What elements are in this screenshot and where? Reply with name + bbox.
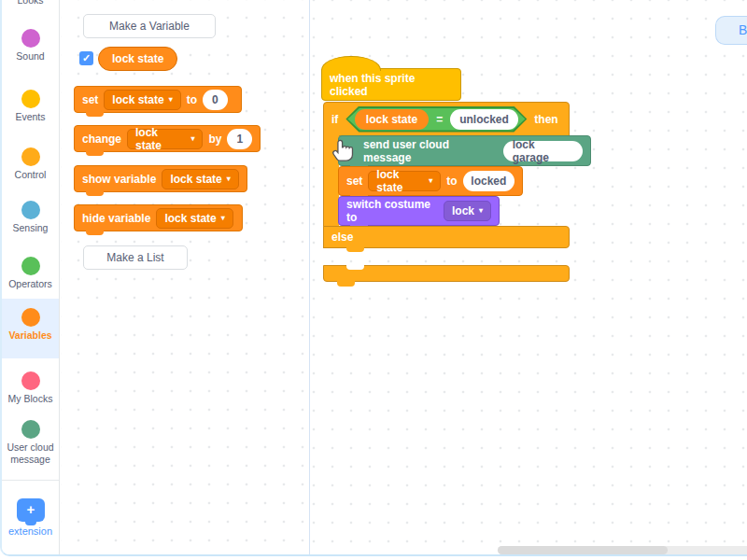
- block-keyword: set: [346, 175, 362, 188]
- value-input[interactable]: locked: [463, 171, 514, 191]
- dropdown-value: lock: [452, 204, 474, 217]
- category-icon-sensing: [21, 201, 40, 219]
- sidebar-item-my-blocks[interactable]: My Blocks: [2, 371, 59, 405]
- value-input[interactable]: 0: [203, 90, 228, 110]
- block-keyword: show variable: [82, 173, 156, 186]
- sidebar-divider: [2, 480, 59, 481]
- palette-hide-variable-block[interactable]: hide variable lock state ▾: [74, 204, 243, 231]
- block-keyword: set: [82, 93, 98, 106]
- dropdown-caret-icon: ▾: [429, 177, 432, 185]
- extension-label: extension: [2, 525, 59, 537]
- category-icon-control: [21, 147, 40, 166]
- category-label: Control: [2, 169, 59, 181]
- comparison-value-input[interactable]: unlocked: [450, 109, 518, 130]
- cloud-message-input[interactable]: lock garage: [503, 141, 583, 161]
- category-icon-variables: [21, 308, 40, 327]
- if-block-header[interactable]: if lock state = unlocked then: [323, 102, 570, 136]
- palette-change-variable-block[interactable]: change lock state ▾ by 1: [74, 125, 261, 152]
- switch-costume-block[interactable]: switch costume to lock ▾: [338, 196, 500, 226]
- horizontal-scrollbar-track[interactable]: [498, 546, 747, 554]
- category-label: Sensing: [2, 222, 59, 234]
- costume-dropdown[interactable]: lock ▾: [444, 201, 491, 221]
- set-variable-block[interactable]: set lock state ▾ to locked: [338, 166, 523, 196]
- palette-set-variable-block[interactable]: set lock state ▾ to 0: [74, 86, 242, 113]
- dropdown-value: lock state: [164, 212, 216, 225]
- code-canvas[interactable]: when this sprite clicked if lock state =…: [310, 0, 747, 554]
- variable-visibility-checkbox[interactable]: ✓: [79, 51, 93, 65]
- variable-dropdown[interactable]: lock state ▾: [162, 169, 238, 189]
- dropdown-caret-icon: ▾: [227, 175, 231, 183]
- variable-dropdown[interactable]: lock state ▾: [104, 90, 180, 110]
- category-sidebar: Looks Sound Events Control Sensing Opera…: [2, 0, 60, 554]
- if-block-else-arm[interactable]: else: [323, 226, 570, 248]
- if-block-end-arm[interactable]: [323, 265, 570, 282]
- horizontal-scrollbar-thumb[interactable]: [498, 546, 668, 554]
- variable-dropdown[interactable]: lock state ▾: [127, 129, 203, 149]
- dropdown-value: lock state: [170, 173, 221, 186]
- category-label: User cloud message: [2, 441, 59, 466]
- block-keyword: if: [331, 113, 338, 126]
- category-label: Events: [2, 111, 59, 123]
- block-keyword: change: [82, 133, 121, 146]
- category-icon-events: [21, 90, 40, 108]
- variable-dropdown[interactable]: lock state ▾: [156, 208, 233, 229]
- category-icon-sound: [21, 29, 40, 48]
- dropdown-value: lock state: [376, 168, 424, 194]
- sidebar-item-variables[interactable]: Variables: [2, 308, 59, 342]
- when-sprite-clicked-block[interactable]: when this sprite clicked: [321, 68, 461, 101]
- backpack-label: B: [739, 22, 747, 37]
- category-label: Operators: [2, 278, 59, 290]
- block-keyword: when this sprite clicked: [330, 72, 453, 98]
- block-keyword: hide variable: [82, 212, 150, 225]
- equals-operator-block[interactable]: lock state = unlocked: [345, 106, 527, 133]
- block-keyword: then: [534, 113, 557, 126]
- category-label: My Blocks: [2, 393, 59, 405]
- block-keyword: send user cloud message: [363, 138, 498, 164]
- value-input[interactable]: 1: [227, 129, 252, 149]
- dropdown-value: lock state: [112, 93, 163, 106]
- sidebar-item-sound[interactable]: Sound: [2, 29, 59, 63]
- backpack-tab[interactable]: B: [715, 16, 747, 45]
- dropdown-caret-icon: ▾: [479, 207, 483, 215]
- category-label: Looks: [2, 0, 59, 7]
- block-keyword: by: [208, 133, 221, 146]
- dropdown-caret-icon: ▾: [221, 215, 225, 222]
- make-variable-button[interactable]: Make a Variable: [83, 14, 216, 38]
- add-extension-button[interactable]: +: [17, 498, 45, 522]
- block-keyword: to: [446, 175, 457, 188]
- sidebar-item-sensing[interactable]: Sensing: [2, 201, 59, 234]
- category-icon-user-cloud-message: [21, 420, 40, 439]
- block-keyword: else: [331, 231, 353, 244]
- dropdown-caret-icon: ▾: [190, 135, 194, 143]
- variable-dropdown[interactable]: lock state ▾: [368, 171, 441, 191]
- dropdown-value: lock state: [135, 126, 186, 152]
- operator-symbol: =: [436, 113, 443, 126]
- send-user-cloud-message-block[interactable]: send user cloud message lock garage: [338, 135, 591, 166]
- block-palette[interactable]: Make a Variable ✓ lock state set lock st…: [61, 0, 310, 554]
- category-label: Variables: [2, 329, 59, 342]
- sidebar-item-control[interactable]: Control: [2, 147, 59, 181]
- dropdown-caret-icon: ▾: [169, 96, 173, 104]
- block-keyword: to: [187, 93, 197, 106]
- variable-pill-lock-state[interactable]: lock state: [98, 47, 177, 71]
- variable-reporter-lock-state[interactable]: lock state: [355, 109, 429, 130]
- palette-show-variable-block[interactable]: show variable lock state ▾: [74, 165, 247, 192]
- make-list-button[interactable]: Make a List: [83, 245, 188, 270]
- category-label: Sound: [2, 50, 59, 63]
- category-icon-operators: [21, 257, 40, 275]
- sidebar-item-operators[interactable]: Operators: [2, 257, 59, 290]
- sidebar-item-user-cloud-message[interactable]: User cloud message: [2, 420, 59, 466]
- sidebar-item-looks[interactable]: Looks: [2, 0, 59, 7]
- block-keyword: switch costume to: [346, 198, 438, 224]
- scratch-editor: Looks Sound Events Control Sensing Opera…: [0, 0, 747, 556]
- category-icon-my-blocks: [21, 371, 40, 390]
- sidebar-item-events[interactable]: Events: [2, 90, 59, 123]
